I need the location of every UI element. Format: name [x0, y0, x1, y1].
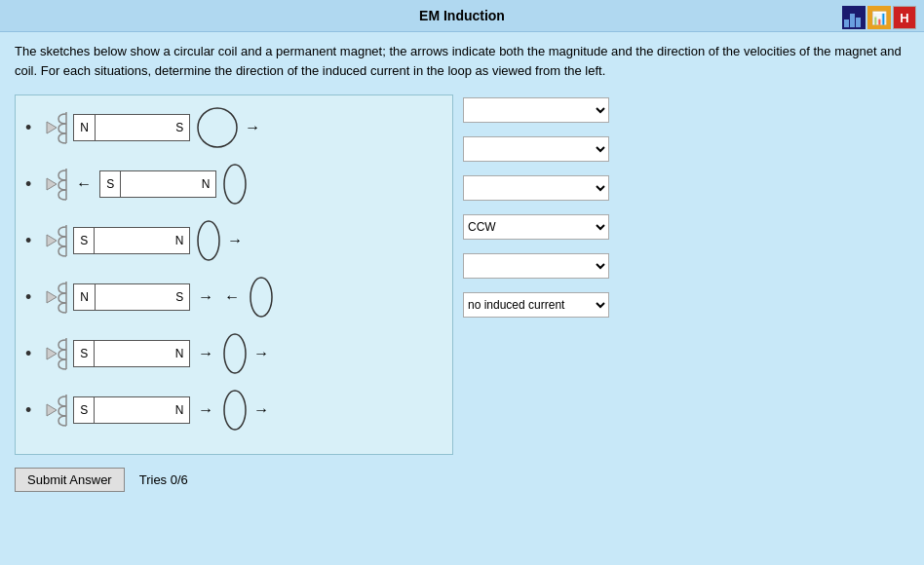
bullet-4: •	[25, 287, 31, 308]
chart-icon[interactable]	[842, 6, 866, 29]
dropdown-6[interactable]: CW CCW no induced current	[463, 292, 609, 318]
magnet-6: S N	[73, 396, 190, 424]
svg-point-10	[198, 221, 219, 260]
magnet-1-right: S	[96, 115, 189, 140]
coil-arrow-left-4: ←	[224, 288, 240, 306]
coil-icon-3	[39, 223, 68, 258]
magnet-1: N S	[73, 114, 190, 141]
dropdowns-area: CW CCW no induced current CW CCW no indu…	[463, 94, 609, 455]
svg-point-13	[250, 278, 272, 317]
dropdown-row-6: CW CCW no induced current	[463, 291, 609, 319]
dropdown-row-4: CW CCW no induced current	[463, 213, 609, 241]
page-title: EM Induction	[419, 8, 505, 23]
dropdown-row-5: CW CCW no induced current	[463, 252, 609, 280]
h-icon[interactable]: H	[893, 6, 916, 29]
loop-area-2	[221, 162, 249, 207]
coil-arrow-5: →	[253, 345, 269, 362]
dropdown-3[interactable]: CW CCW no induced current	[463, 175, 609, 201]
bullet-5: •	[25, 344, 31, 364]
svg-marker-12	[47, 291, 57, 303]
dropdown-row-2: CW CCW no induced current	[463, 135, 609, 163]
coil-arrow-6: →	[253, 401, 269, 419]
header-icons: 📊 H	[842, 6, 916, 29]
magnet-4: N S	[73, 283, 190, 311]
bullet-2: •	[25, 174, 31, 195]
svg-point-7	[224, 165, 246, 204]
svg-text:📊: 📊	[871, 10, 888, 26]
loop-4	[248, 275, 275, 320]
loop-area-1: →	[195, 105, 263, 150]
svg-marker-3	[47, 122, 57, 133]
scenario-row-3: • S N →	[25, 218, 443, 263]
svg-point-19	[224, 391, 246, 430]
magnet-2-right: N	[121, 171, 215, 197]
dropdown-row-1: CW CCW no induced current	[463, 96, 609, 124]
magnet-5-right: N	[95, 341, 189, 366]
scenario-row-2: • ← S N	[25, 162, 443, 207]
magnet-5-left: S	[74, 341, 95, 366]
bullet-3: •	[25, 231, 31, 251]
loop-area-4	[248, 275, 275, 320]
dropdown-5[interactable]: CW CCW no induced current	[463, 253, 609, 279]
tries-text: Tries 0/6	[139, 472, 188, 487]
dropdown-1[interactable]: CW CCW no induced current	[463, 97, 609, 123]
loop-area-3: →	[195, 218, 246, 263]
bullet-6: •	[25, 400, 31, 421]
coil-arrow-1: →	[245, 119, 260, 136]
description-text: The sketches below show a circular coil …	[0, 32, 924, 90]
dropdown-4[interactable]: CW CCW no induced current	[463, 214, 609, 240]
scenarios-box: • N S →	[15, 94, 453, 455]
magnet-3: S N	[73, 227, 190, 254]
dropdown-row-3: CW CCW no induced current	[463, 174, 609, 202]
magnet-1-left: N	[74, 115, 96, 140]
magnet-5: S N	[73, 340, 190, 367]
coil-icon-5	[39, 336, 68, 371]
loop-5	[221, 331, 249, 376]
svg-point-16	[224, 334, 246, 373]
svg-marker-18	[47, 404, 57, 416]
magnet-4-left: N	[74, 284, 96, 310]
magnet-arrow-5: →	[198, 345, 213, 362]
magnet-arrow-2: ←	[76, 175, 92, 193]
scenario-row-1: • N S →	[25, 105, 443, 150]
main-container: EM Induction 📊 H The sketches below sh	[0, 0, 924, 565]
magnet-4-right: S	[96, 284, 189, 310]
coil-icon-1	[39, 110, 68, 145]
svg-marker-15	[47, 348, 57, 359]
magnet-2-left: S	[100, 171, 121, 197]
dropdown-2[interactable]: CW CCW no induced current	[463, 136, 609, 162]
page-header: EM Induction 📊 H	[0, 0, 924, 32]
loop-2	[221, 162, 249, 207]
coil-arrow-3: →	[227, 232, 243, 249]
coil-icon-4	[39, 280, 68, 315]
loop-area-5: →	[221, 331, 272, 376]
svg-marker-9	[47, 235, 57, 246]
bullet-1: •	[25, 118, 31, 138]
magnet-arrow-6: →	[198, 401, 213, 419]
scenario-row-5: • S N → →	[25, 331, 443, 376]
scenario-row-6: • S N → →	[25, 388, 443, 433]
loop-6	[221, 388, 249, 433]
magnet-3-right: N	[95, 228, 189, 253]
submit-area: Submit Answer Tries 0/6	[0, 460, 924, 500]
coil-icon-2	[39, 167, 68, 202]
magnet-6-left: S	[74, 397, 95, 423]
magnet-2: S N	[99, 170, 216, 198]
svg-point-4	[198, 108, 237, 147]
loop-area-6: →	[221, 388, 272, 433]
svg-marker-6	[47, 178, 57, 190]
submit-button[interactable]: Submit Answer	[15, 468, 125, 492]
scenario-row-4: • N S → ←	[25, 275, 443, 320]
magnet-3-left: S	[74, 228, 95, 253]
loop-1	[195, 105, 240, 150]
excel-icon[interactable]: 📊	[867, 6, 891, 29]
magnet-arrow-4: →	[198, 288, 213, 306]
magnet-6-right: N	[95, 397, 189, 423]
coil-icon-6	[39, 393, 68, 428]
loop-3	[195, 218, 222, 263]
content-area: • N S →	[0, 90, 924, 460]
